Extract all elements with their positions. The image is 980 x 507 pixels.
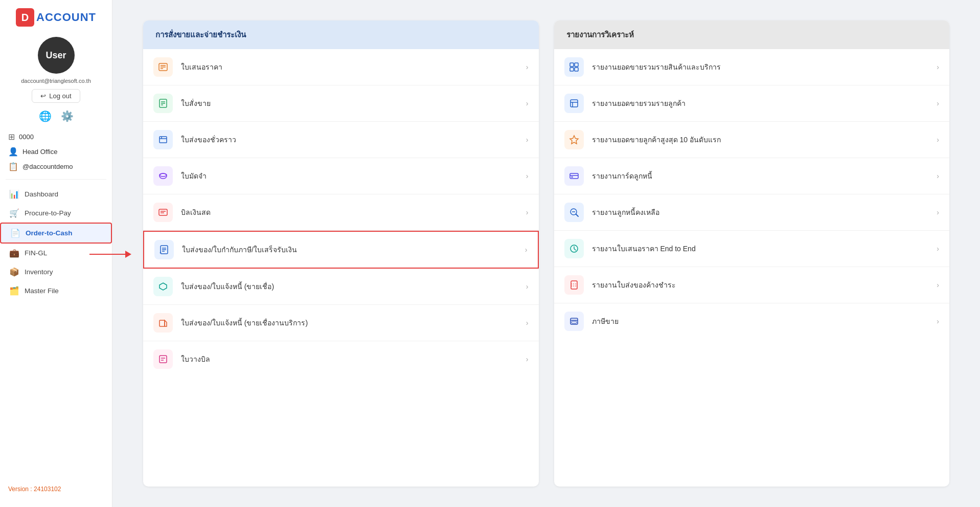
deposit-chevron: › — [526, 172, 529, 180]
credit-invoice-chevron: › — [526, 282, 529, 291]
menu-item-cash-bill[interactable]: บิลเงินสด › — [143, 194, 539, 231]
svg-rect-22 — [159, 320, 165, 326]
office-icon: 👤 — [8, 147, 18, 157]
r3-chevron: › — [937, 172, 939, 180]
sidebar-info-branch: ⊞ 0000 — [0, 129, 112, 144]
menu-item-credit-invoice[interactable]: ใบส่งของ/ใบแจ้งหนี้ (ขายเชื่อ) › — [143, 269, 539, 305]
menu-item-sales-by-product[interactable]: รายงานยอดขายรวมรายสินค้าและบริการ › — [554, 49, 950, 85]
logout-label: Log out — [49, 92, 71, 100]
svg-rect-26 — [570, 63, 574, 67]
ar-card-icon — [564, 166, 584, 186]
tax-icon — [564, 312, 584, 331]
fin-label: FIN-GL — [25, 249, 47, 257]
r0-chevron: › — [937, 63, 939, 71]
fin-icon: 💼 — [9, 248, 19, 258]
right-panel: รายงานการวิเคราะห์ รายงานยอดขายรวมรายสิน… — [554, 20, 950, 487]
menu-item-quotation[interactable]: ใบเสนอราคา › — [143, 49, 539, 85]
menu-item-sales-by-customer[interactable]: รายงานยอดขายรวมรายลูกค้า › — [554, 85, 950, 122]
account-icon: 📋 — [8, 162, 18, 171]
account-name: @daccountdemo — [22, 163, 73, 170]
inventory-icon: 📦 — [9, 267, 19, 277]
sidebar-info-account: 📋 @daccountdemo — [0, 159, 112, 174]
service-invoice-icon — [153, 313, 173, 333]
menu-item-billing[interactable]: ใบวางบิล › — [143, 341, 539, 377]
e2e-label: รายงานใบเสนอราคา End to End — [592, 243, 696, 254]
top10-icon — [564, 130, 584, 149]
daccount-logo-icon: D — [16, 8, 34, 27]
ar-card-label: รายงานการ์ดลูกหนี้ — [592, 170, 652, 182]
office-name: Head Office — [22, 148, 57, 156]
logout-icon: ↩ — [40, 92, 46, 100]
sales-product-icon — [564, 57, 584, 77]
sales-customer-label: รายงานยอดขายรวมรายลูกค้า — [592, 98, 686, 109]
user-email: daccount@trianglesoft.co.th — [17, 78, 95, 84]
deposit-label: ใบมัดจำ — [181, 170, 207, 182]
svg-rect-23 — [159, 356, 167, 363]
quotation-icon — [153, 57, 173, 77]
sidebar-item-master-file[interactable]: 🗂️ Master File — [0, 281, 112, 300]
menu-item-ar-card[interactable]: รายงานการ์ดลูกหนี้ › — [554, 158, 950, 194]
sales-order-chevron: › — [526, 99, 529, 107]
sidebar-divider — [6, 179, 106, 180]
tax-invoice-label: ใบส่งของ/ใบกำกับภาษี/ใบเสร็จรับเงิน — [182, 244, 297, 255]
svg-rect-28 — [570, 68, 574, 71]
procure-icon: 🛒 — [9, 208, 19, 218]
menu-item-sales-order[interactable]: ใบสั่งขาย › — [143, 85, 539, 122]
menu-item-outstanding-delivery[interactable]: รายงานใบส่งของค้างชำระ › — [554, 267, 950, 303]
sales-order-label: ใบสั่งขาย — [181, 98, 211, 109]
menu-item-quotation-e2e[interactable]: รายงานใบเสนอราคา End to End › — [554, 231, 950, 267]
billing-chevron: › — [526, 355, 529, 363]
billing-icon — [153, 349, 173, 369]
branch-icon: ⊞ — [8, 132, 15, 142]
menu-item-sales-tax[interactable]: ภาษีขาย › — [554, 303, 950, 339]
sidebar-item-order-to-cash[interactable]: 📄 Order-to-Cash — [0, 223, 112, 244]
sidebar-item-dashboard[interactable]: 📊 Dashboard — [0, 185, 112, 204]
menu-item-ar-remaining[interactable]: รายงานลูกหนี้คงเหลือ › — [554, 194, 950, 231]
main-content: การสั่งขายและจ่ายชำระเงิน ใบเสนอราคา › ใ… — [112, 0, 980, 507]
outstanding-label: รายงานใบส่งของค้างชำระ — [592, 279, 676, 291]
menu-item-top10[interactable]: รายงานยอดขายลูกค้าสูงสุด 10 อันดับแรก › — [554, 122, 950, 158]
logo-container: D ACCOUNT — [16, 8, 96, 27]
dashboard-icon: 📊 — [9, 189, 19, 199]
r2-chevron: › — [937, 136, 939, 144]
inventory-label: Inventory — [25, 268, 53, 276]
sidebar-item-inventory[interactable]: 📦 Inventory — [0, 262, 112, 281]
billing-label: ใบวางบิล — [181, 354, 210, 365]
settings-icon[interactable]: ⚙️ — [61, 110, 74, 122]
svg-rect-35 — [571, 177, 573, 178]
sidebar-item-procure-to-pay[interactable]: 🛒 Procure-to-Pay — [0, 204, 112, 223]
sidebar-item-fin-gl[interactable]: 💼 FIN-GL — [0, 244, 112, 262]
menu-item-deposit[interactable]: ใบมัดจำ › — [143, 158, 539, 194]
tax-label: ภาษีขาย — [592, 316, 619, 327]
menu-item-service-invoice[interactable]: ใบส่งของ/ใบแจ้งหนี้ (ขายเชื่องานบริการ) … — [143, 305, 539, 341]
branch-code: 0000 — [19, 133, 34, 141]
sidebar-info-office: 👤 Head Office — [0, 144, 112, 159]
cash-bill-label: บิลเงินสด — [181, 207, 211, 218]
cash-bill-icon — [153, 203, 173, 222]
order-icon: 📄 — [10, 228, 20, 238]
svg-rect-43 — [572, 321, 577, 323]
quotation-label: ใบเสนอราคา — [181, 61, 222, 73]
credit-invoice-label: ใบส่งของ/ใบแจ้งหนี้ (ขายเชื่อ) — [181, 281, 274, 292]
service-invoice-label: ใบส่งของ/ใบแจ้งหนี้ (ขายเชื่องานบริการ) — [181, 317, 308, 328]
logout-button[interactable]: ↩ Log out — [32, 89, 80, 103]
tax-invoice-icon — [154, 240, 174, 259]
svg-text:D: D — [21, 12, 29, 23]
dashboard-label: Dashboard — [25, 190, 58, 198]
order-label: Order-to-Cash — [26, 229, 73, 237]
globe-icon[interactable]: 🌐 — [39, 110, 52, 122]
service-invoice-chevron: › — [526, 319, 529, 327]
left-panel: การสั่งขายและจ่ายชำระเงิน ใบเสนอราคา › ใ… — [143, 20, 539, 487]
svg-rect-33 — [570, 173, 578, 179]
menu-item-tax-invoice[interactable]: ใบส่งของ/ใบกำกับภาษี/ใบเสร็จรับเงิน › — [143, 231, 539, 269]
svg-rect-27 — [575, 63, 578, 67]
svg-rect-15 — [159, 209, 167, 215]
svg-rect-29 — [575, 68, 578, 71]
menu-item-temp-delivery[interactable]: ใบส่งของชั่วคราว › — [143, 122, 539, 158]
procure-label: Procure-to-Pay — [25, 209, 71, 217]
svg-rect-10 — [159, 137, 167, 143]
svg-line-37 — [576, 214, 578, 217]
temp-delivery-label: ใบส่งของชั่วคราว — [181, 134, 236, 145]
right-panel-header: รายงานการวิเคราะห์ — [554, 20, 950, 49]
ar-remaining-icon — [564, 203, 584, 222]
